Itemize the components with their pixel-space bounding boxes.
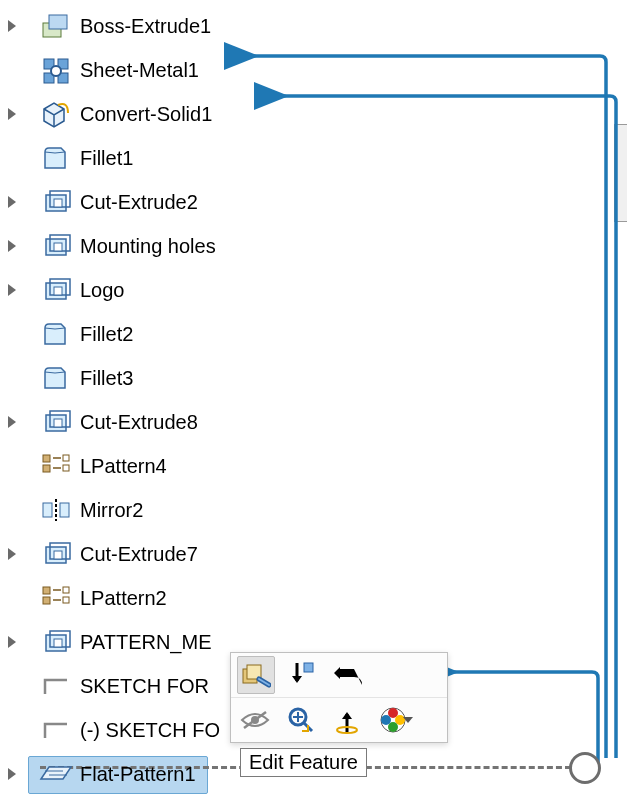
svg-rect-20 [43,465,50,472]
feature-item-sheet-metal1[interactable]: Sheet-Metal1 [0,48,627,92]
feature-label: Sheet-Metal1 [80,59,199,82]
svg-rect-12 [54,243,62,251]
feature-item-lpattern4[interactable]: LPattern4 [0,444,627,488]
fillet-icon [38,140,74,176]
svg-point-6 [51,66,61,76]
expand-toggle[interactable] [0,20,24,32]
expand-toggle[interactable] [0,284,24,296]
feature-label: SKETCH FOR [80,675,209,698]
cut-extrude-icon [38,184,74,220]
expand-toggle[interactable] [0,548,24,560]
svg-rect-29 [43,587,50,594]
svg-rect-18 [54,419,62,427]
feature-label: Flat-Pattern1 [80,763,196,786]
expand-toggle[interactable] [0,768,24,780]
svg-rect-30 [43,597,50,604]
feature-label: Convert-Solid1 [80,103,212,126]
svg-rect-23 [43,503,52,517]
convert-solid-icon [38,96,74,132]
svg-rect-35 [54,639,62,647]
feature-item-cut-extrude7[interactable]: Cut-Extrude7 [0,532,627,576]
svg-rect-32 [63,597,69,603]
feature-label: Mirror2 [80,499,143,522]
rollback-handle[interactable] [569,752,601,784]
svg-rect-28 [54,551,62,559]
feature-item-boss-extrude1[interactable]: Boss-Extrude1 [0,4,627,48]
context-toolbar [230,652,448,743]
scrollbar-fragment[interactable] [614,124,627,222]
feature-item-fillet3[interactable]: Fillet3 [0,356,627,400]
cut-extrude-icon [38,404,74,440]
feature-item-logo[interactable]: Logo [0,268,627,312]
expand-toggle[interactable] [0,196,24,208]
normal-to-button[interactable] [329,702,365,738]
svg-point-52 [381,715,391,725]
expand-toggle[interactable] [0,636,24,648]
expand-toggle[interactable] [0,416,24,428]
feature-label: LPattern2 [80,587,167,610]
feature-item-convert-solid1[interactable]: Convert-Solid1 [0,92,627,136]
feature-label: Fillet1 [80,147,133,170]
hide-button[interactable] [237,702,273,738]
svg-rect-15 [54,287,62,295]
linear-pattern-icon [38,448,74,484]
feature-item-fillet2[interactable]: Fillet2 [0,312,627,356]
boss-extrude-icon [38,8,74,44]
linear-pattern-icon [38,580,74,616]
sketch-icon [38,668,74,704]
flat-pattern-icon [38,756,74,792]
suppress-button[interactable] [285,657,321,693]
feature-label: Logo [80,279,125,302]
expand-toggle[interactable] [0,240,24,252]
feature-item-lpattern2[interactable]: LPattern2 [0,576,627,620]
feature-item-cut-extrude2[interactable]: Cut-Extrude2 [0,180,627,224]
svg-rect-40 [304,663,313,672]
fillet-icon [38,360,74,396]
feature-item-mounting-holes[interactable]: Mounting holes [0,224,627,268]
feature-label: Cut-Extrude8 [80,411,198,434]
sheet-metal-icon [38,52,74,88]
cut-extrude-icon [38,272,74,308]
svg-rect-24 [60,503,69,517]
feature-label: Fillet2 [80,323,133,346]
feature-label: PATTERN_ME [80,631,212,654]
feature-label: Fillet3 [80,367,133,390]
zoom-to-button[interactable] [283,702,319,738]
edit-feature-button[interactable] [237,656,275,694]
sketch-icon [38,712,74,748]
svg-rect-1 [49,15,67,29]
feature-label: Mounting holes [80,235,216,258]
feature-label: Cut-Extrude7 [80,543,198,566]
feature-label: Cut-Extrude2 [80,191,198,214]
feature-item-fillet1[interactable]: Fillet1 [0,136,627,180]
svg-rect-19 [43,455,50,462]
feature-item-mirror2[interactable]: Mirror2 [0,488,627,532]
feature-label: (-) SKETCH FO [80,719,220,742]
svg-rect-21 [63,455,69,461]
expand-toggle[interactable] [0,108,24,120]
appearance-dropdown-caret[interactable] [403,717,413,723]
mirror-icon [38,492,74,528]
fillet-icon [38,316,74,352]
context-toolbar-row-1 [231,653,447,697]
cut-extrude-icon [38,624,74,660]
cut-extrude-icon [38,228,74,264]
context-toolbar-row-2 [231,697,447,742]
appearance-button[interactable] [375,702,417,738]
tooltip: Edit Feature [240,748,367,777]
svg-rect-31 [63,587,69,593]
feature-label: Boss-Extrude1 [80,15,211,38]
feature-label: LPattern4 [80,455,167,478]
feature-item-cut-extrude8[interactable]: Cut-Extrude8 [0,400,627,444]
cut-extrude-icon [38,536,74,572]
svg-rect-22 [63,465,69,471]
svg-rect-9 [54,199,62,207]
rollback-button[interactable] [331,657,367,693]
